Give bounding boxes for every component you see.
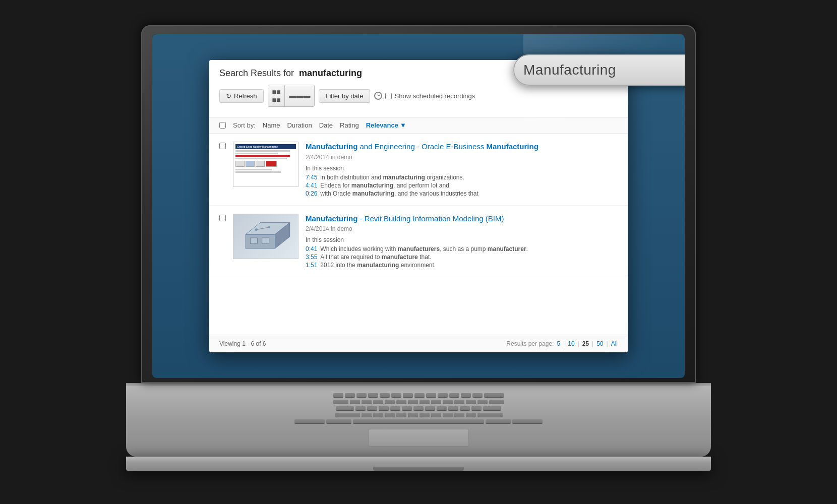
grid-view-button[interactable]: ■■■■ <box>268 85 285 106</box>
per-page-10[interactable]: 10 <box>568 340 574 347</box>
per-page-label: Results per page: <box>506 340 554 347</box>
result-1-title[interactable]: Manufacturing and Engineering - Oracle E… <box>306 142 618 152</box>
floating-search-box <box>513 54 685 86</box>
result-2-session: In this session <box>306 236 618 243</box>
viewing-count: Viewing 1 - 6 of 6 <box>219 340 266 347</box>
schedule-area: Show scheduled recordings <box>374 92 475 100</box>
filter-by-date-button[interactable]: Filter by date <box>319 89 370 103</box>
per-page-5[interactable]: 5 <box>557 340 560 347</box>
laptop-base <box>126 457 711 471</box>
sort-duration[interactable]: Duration <box>287 121 312 129</box>
snippet: 0:41 Which includes working with manufac… <box>306 245 618 253</box>
refresh-button[interactable]: ↻ Refresh <box>219 89 264 103</box>
trackpad[interactable] <box>368 429 469 447</box>
result-2-meta: 2/4/2014 in demo <box>306 225 618 232</box>
snippet: 1:51 2012 into the manufacturing environ… <box>306 262 618 269</box>
result-2-thumbnail[interactable] <box>233 214 298 259</box>
svg-point-7 <box>268 226 271 228</box>
snippet: 4:41 Endeca for manufacturing, and perfo… <box>306 182 618 189</box>
result-1-snippets: 7:45 in both distribution and manufactur… <box>306 174 618 197</box>
refresh-icon: ↻ <box>226 92 231 100</box>
sort-date[interactable]: Date <box>319 121 333 129</box>
laptop-keyboard <box>126 386 711 457</box>
clock-icon <box>374 92 382 100</box>
result-item: Closed Loop Quality Management <box>209 134 628 206</box>
view-toggle-group: ■■■■ ▬▬▬ <box>268 85 315 107</box>
sort-name[interactable]: Name <box>263 121 280 129</box>
toolbar: ↻ Refresh ■■■■ ▬▬▬ <box>219 85 618 107</box>
results-area: Closed Loop Quality Management <box>209 134 628 335</box>
screen-content: Search Results for manufacturing ↻ Refre… <box>152 34 685 378</box>
result-2-checkbox[interactable] <box>219 215 226 221</box>
svg-rect-0 <box>246 234 275 248</box>
refresh-label: Refresh <box>234 92 257 100</box>
snippet: 7:45 in both distribution and manufactur… <box>306 174 618 181</box>
screen-bezel: Search Results for manufacturing ↻ Refre… <box>152 34 685 378</box>
filter-label: Filter by date <box>325 92 363 100</box>
sort-by-label: Sort by: <box>233 121 256 129</box>
snippet: 3:55 All that are required to manufactur… <box>306 254 618 261</box>
per-page-all[interactable]: All <box>611 340 618 347</box>
result-1-thumbnail[interactable]: Closed Loop Quality Management <box>233 142 298 187</box>
sort-relevance[interactable]: Relevance ▼ <box>366 121 406 129</box>
list-view-button[interactable]: ▬▬▬ <box>285 85 314 106</box>
select-all-checkbox[interactable] <box>219 122 226 129</box>
bim-diagram <box>238 217 294 252</box>
per-page-50[interactable]: 50 <box>596 340 603 347</box>
result-item: Manufacturing - Revit Building Informati… <box>209 206 628 278</box>
show-scheduled-label[interactable]: Show scheduled recordings <box>395 92 475 100</box>
floating-search-input[interactable] <box>514 62 685 78</box>
result-2-info: Manufacturing - Revit Building Informati… <box>306 214 618 269</box>
result-1-info: Manufacturing and Engineering - Oracle E… <box>306 142 618 197</box>
laptop-screen: Search Results for manufacturing ↻ Refre… <box>141 25 696 383</box>
result-1-session: In this session <box>306 165 618 172</box>
svg-point-6 <box>255 228 258 231</box>
svg-rect-4 <box>262 238 269 244</box>
app-panel: Search Results for manufacturing ↻ Refre… <box>209 60 628 352</box>
sort-bar: Sort by: Name Duration Date Rating Relev… <box>209 117 628 134</box>
snippet: 0:26 with Oracle manufacturing, and the … <box>306 190 618 197</box>
per-page-area: Results per page: 5 | 10 | 25 | 50 | All <box>506 340 618 347</box>
result-2-snippets: 0:41 Which includes working with manufac… <box>306 245 618 269</box>
result-2-title[interactable]: Manufacturing - Revit Building Informati… <box>306 214 618 224</box>
result-1-checkbox[interactable] <box>219 143 226 149</box>
result-1-meta: 2/4/2014 in demo <box>306 154 618 161</box>
results-footer: Viewing 1 - 6 of 6 Results per page: 5 |… <box>209 335 628 352</box>
laptop-container: Search Results for manufacturing ↻ Refre… <box>91 25 746 479</box>
per-page-25[interactable]: 25 <box>582 340 589 347</box>
search-query: manufacturing <box>299 68 362 78</box>
svg-rect-3 <box>251 238 258 244</box>
sort-rating[interactable]: Rating <box>340 121 359 129</box>
show-scheduled-checkbox[interactable] <box>385 93 392 99</box>
